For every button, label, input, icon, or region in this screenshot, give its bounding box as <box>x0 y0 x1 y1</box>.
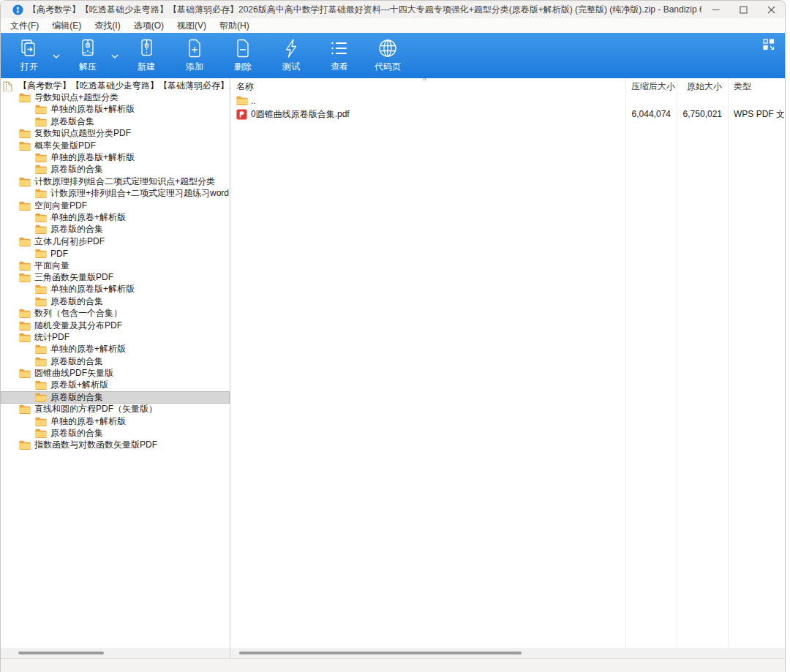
chevron-down-icon[interactable] <box>109 37 121 75</box>
window-controls <box>701 1 785 18</box>
file-cell-text: 0圆锥曲线原卷版合集.pdf <box>251 108 350 121</box>
column-separator[interactable] <box>677 78 677 648</box>
tree-item-19[interactable]: 数列（包含一个合集） <box>1 307 230 319</box>
tree-item-25[interactable]: 原卷版+解析版 <box>1 380 230 391</box>
menu-item-4[interactable]: 视图(V) <box>170 18 213 34</box>
toolbar-button-7[interactable]: 代码页 <box>366 37 409 75</box>
toolbar-button-label: 测试 <box>282 61 300 73</box>
toolbar-button-4[interactable]: 删除 <box>222 37 264 75</box>
tree-item-24[interactable]: 圆锥曲线PDF矢量版 <box>1 367 230 379</box>
tree-item-label: 数列（包含一个合集） <box>34 307 122 319</box>
column-header-2[interactable]: 原始大小 <box>677 80 728 93</box>
extract-icon <box>77 37 99 59</box>
column-separator[interactable] <box>728 78 729 648</box>
file-cell-text: WPS PDF 文档 <box>734 108 784 121</box>
maximize-button[interactable] <box>729 1 757 18</box>
toolbar-button-6[interactable]: 查看 <box>318 37 361 75</box>
close-button[interactable] <box>757 1 785 18</box>
folder-icon <box>19 237 31 246</box>
tree-item-label: 统计PDF <box>34 331 69 343</box>
menu-item-2[interactable]: 查找(I) <box>88 18 127 34</box>
folder-icon <box>35 153 47 162</box>
folder-icon <box>19 440 31 450</box>
tree-item-27[interactable]: 直线和圆的方程PDF（矢量版） <box>1 404 230 415</box>
horizontal-scrollbars <box>1 648 785 658</box>
menu-item-0[interactable]: 文件(F) <box>4 18 45 34</box>
file-list-header: ^ 名称压缩后大小原始大小类型 <box>230 78 785 94</box>
tree-hscrollbar[interactable] <box>1 648 230 658</box>
tree-item-30[interactable]: 指数函数与对数函数矢量版PDF <box>1 439 230 451</box>
folder-icon <box>35 213 47 222</box>
tree-item-29[interactable]: 原卷版的合集 <box>1 427 230 439</box>
tree-item-0[interactable]: 【高考数学】【吃透基础少走弯路】【基础薄弱必存】2026版高中高 <box>1 80 230 91</box>
toolbar-button-3[interactable]: 添加 <box>173 37 216 75</box>
tree-item-label: 原卷版的合集 <box>50 224 103 235</box>
tree-item-label: 单独的原卷版+解析版 <box>50 151 135 163</box>
file-row-1[interactable]: 0圆锥曲线原卷版合集.pdf6,044,0746,750,021WPS PDF … <box>230 107 785 121</box>
folder-icon <box>35 117 47 127</box>
column-header-3[interactable]: 类型 <box>728 80 784 93</box>
folder-icon <box>35 249 47 258</box>
tree-item-8[interactable]: 计数原理排列组合二项式定理知识点+题型分类 <box>1 175 230 187</box>
tree-item-21[interactable]: 统计PDF <box>1 331 230 343</box>
list-hscrollbar[interactable] <box>230 648 785 658</box>
file-cell-text: .. <box>251 96 256 106</box>
minimize-button[interactable] <box>701 1 729 18</box>
file-cell-text: 6,044,074 <box>632 109 671 119</box>
tree-item-12[interactable]: 原卷版的合集 <box>1 224 230 235</box>
tree-item-label: 立体几何初步PDF <box>34 235 105 247</box>
tree-item-18[interactable]: 原卷版的合集 <box>1 295 230 307</box>
tree-item-15[interactable]: 平面向量 <box>1 260 230 271</box>
tree-item-9[interactable]: 计数原理+排列组合+二项式定理习题练习word（赠送） <box>1 188 230 200</box>
tree-item-5[interactable]: 概率矢量版PDF <box>1 140 230 151</box>
tree-item-22[interactable]: 单独的原卷+解析版 <box>1 344 230 355</box>
toolbar-button-5[interactable]: 测试 <box>270 37 312 75</box>
tree-item-10[interactable]: 空间向量PDF <box>1 200 230 211</box>
menu-item-5[interactable]: 帮助(H) <box>213 18 256 34</box>
tree-item-13[interactable]: 立体几何初步PDF <box>1 235 230 247</box>
tree-item-4[interactable]: 复数知识点题型分类PDF <box>1 128 230 140</box>
column-header-0[interactable]: 名称 <box>230 80 625 93</box>
tree-item-20[interactable]: 随机变量及其分布PDF <box>1 320 230 331</box>
tree-item-17[interactable]: 单独的原卷版+解析版 <box>1 284 230 295</box>
tree-item-label: 原卷版合集 <box>50 116 94 127</box>
tree-item-label: 单独的原卷+解析版 <box>50 344 126 355</box>
tree-item-2[interactable]: 单独的原卷版+解析版 <box>1 104 230 116</box>
toolbar-button-2[interactable]: 新建 <box>125 37 168 75</box>
add-file-icon <box>184 37 206 59</box>
test-archive-icon <box>280 37 302 59</box>
tree-hscroll-thumb[interactable] <box>18 652 104 654</box>
tree-item-23[interactable]: 原卷版的合集 <box>1 355 230 367</box>
tree-item-3[interactable]: 原卷版合集 <box>1 116 230 127</box>
tree-item-14[interactable]: PDF <box>1 247 230 259</box>
file-row-0[interactable]: .. <box>230 94 785 107</box>
new-archive-icon <box>135 37 157 59</box>
tree-item-28[interactable]: 单独的原卷+解析版 <box>1 415 230 427</box>
wps-pdf-icon <box>236 109 247 120</box>
column-separator[interactable] <box>625 78 626 648</box>
tree-item-16[interactable]: 三角函数矢量版PDF <box>1 271 230 283</box>
toolbar-button-1[interactable]: 解压 <box>67 37 109 75</box>
menu-item-1[interactable]: 编辑(E) <box>45 18 88 34</box>
folder-icon <box>35 380 47 390</box>
tree-item-11[interactable]: 单独的原卷+解析版 <box>1 211 230 223</box>
column-header-1[interactable]: 压缩后大小 <box>625 80 677 93</box>
toolbar-button-0[interactable]: 打开 <box>8 37 50 75</box>
tree-item-7[interactable]: 原卷版的合集 <box>1 164 230 175</box>
toolbar-customize-icon[interactable] <box>763 39 775 50</box>
folder-icon <box>35 224 47 234</box>
open-archive-icon <box>18 37 40 59</box>
view-list-icon <box>328 37 350 59</box>
tree-item-1[interactable]: 导数知识点+题型分类 <box>1 91 230 103</box>
chevron-down-icon[interactable] <box>50 37 62 75</box>
tree-item-6[interactable]: 单独的原卷版+解析版 <box>1 151 230 163</box>
tree-item-label: 导数知识点+题型分类 <box>34 91 118 103</box>
titlebar: 【高考数学】【吃透基础少走弯路】【基础薄弱必存】2026版高中高中数学打基础最好… <box>1 1 785 18</box>
file-cell-text: 6,750,021 <box>683 109 722 119</box>
tree-item-label: 指数函数与对数函数矢量版PDF <box>34 439 157 451</box>
folder-icon <box>35 393 47 402</box>
folder-icon <box>35 165 47 174</box>
menu-item-3[interactable]: 选项(O) <box>127 18 170 34</box>
list-hscroll-thumb[interactable] <box>239 652 522 654</box>
tree-item-26-selected[interactable]: 原卷版的合集 <box>1 391 230 403</box>
